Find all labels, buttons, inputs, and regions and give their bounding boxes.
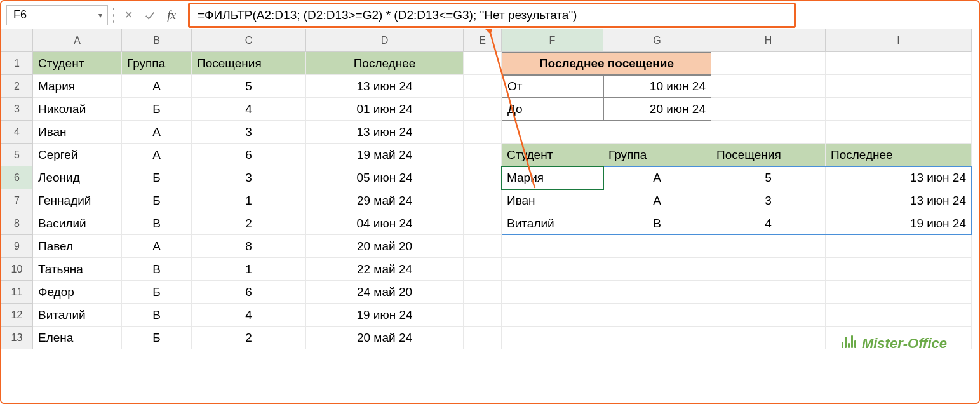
data-cell[interactable]: Николай bbox=[33, 98, 122, 121]
data-cell[interactable]: Сергей bbox=[33, 144, 122, 166]
data-cell[interactable]: 3 bbox=[192, 166, 306, 189]
empty-cell[interactable] bbox=[603, 235, 711, 258]
empty-cell[interactable] bbox=[826, 52, 972, 75]
empty-cell[interactable] bbox=[464, 52, 502, 75]
empty-cell[interactable] bbox=[711, 327, 826, 349]
empty-cell[interactable] bbox=[826, 258, 972, 281]
data-cell[interactable]: А bbox=[122, 75, 192, 98]
empty-cell[interactable] bbox=[464, 235, 502, 258]
empty-cell[interactable] bbox=[603, 281, 711, 304]
data-cell[interactable]: Елена bbox=[33, 327, 122, 349]
empty-cell[interactable] bbox=[502, 235, 603, 258]
empty-cell[interactable] bbox=[464, 258, 502, 281]
empty-cell[interactable] bbox=[464, 304, 502, 327]
name-box[interactable]: F6 ▾ bbox=[6, 5, 108, 25]
empty-cell[interactable] bbox=[603, 121, 711, 144]
empty-cell[interactable] bbox=[464, 75, 502, 98]
empty-cell[interactable] bbox=[711, 235, 826, 258]
data-cell[interactable]: А bbox=[122, 235, 192, 258]
data-cell[interactable]: 1 bbox=[192, 258, 306, 281]
col-header[interactable]: B bbox=[122, 29, 192, 52]
data-cell[interactable]: 6 bbox=[192, 281, 306, 304]
data-cell[interactable]: В bbox=[122, 304, 192, 327]
empty-cell[interactable] bbox=[826, 235, 972, 258]
empty-cell[interactable] bbox=[711, 75, 826, 98]
row-header[interactable]: 13 bbox=[1, 327, 33, 349]
data-cell[interactable]: Василий bbox=[33, 212, 122, 235]
result-header[interactable]: Посещения bbox=[711, 144, 826, 166]
table-header[interactable]: Посещения bbox=[192, 52, 306, 75]
row-header[interactable]: 7 bbox=[1, 189, 33, 212]
col-header[interactable]: F bbox=[502, 29, 603, 52]
filter-to-label[interactable]: До bbox=[502, 98, 603, 121]
data-cell[interactable]: 05 июн 24 bbox=[306, 166, 464, 189]
data-cell[interactable]: 3 bbox=[192, 121, 306, 144]
row-header[interactable]: 1 bbox=[1, 52, 33, 75]
col-header[interactable]: D bbox=[306, 29, 464, 52]
cancel-icon[interactable]: ✕ bbox=[119, 6, 137, 24]
data-cell[interactable]: Федор bbox=[33, 281, 122, 304]
data-cell[interactable]: Павел bbox=[33, 235, 122, 258]
empty-cell[interactable] bbox=[826, 281, 972, 304]
row-header[interactable]: 12 bbox=[1, 304, 33, 327]
result-cell[interactable]: А bbox=[603, 189, 711, 212]
data-cell[interactable]: 5 bbox=[192, 75, 306, 98]
table-header[interactable]: Группа bbox=[122, 52, 192, 75]
fx-icon[interactable]: fx bbox=[163, 6, 180, 24]
data-cell[interactable]: Б bbox=[122, 189, 192, 212]
result-header[interactable]: Студент bbox=[502, 144, 603, 166]
empty-cell[interactable] bbox=[826, 75, 972, 98]
result-cell[interactable]: А bbox=[603, 166, 711, 189]
empty-cell[interactable] bbox=[502, 121, 603, 144]
empty-cell[interactable] bbox=[464, 144, 502, 166]
data-cell[interactable]: В bbox=[122, 258, 192, 281]
data-cell[interactable]: 13 июн 24 bbox=[306, 121, 464, 144]
table-header[interactable]: Студент bbox=[33, 52, 122, 75]
empty-cell[interactable] bbox=[603, 304, 711, 327]
data-cell[interactable]: А bbox=[122, 144, 192, 166]
data-cell[interactable]: 20 май 20 bbox=[306, 235, 464, 258]
result-cell[interactable]: 3 bbox=[711, 189, 826, 212]
formula-input[interactable]: =ФИЛЬТР(A2:D13; (D2:D13>=G2) * (D2:D13<=… bbox=[188, 3, 796, 28]
data-cell[interactable]: 01 июн 24 bbox=[306, 98, 464, 121]
row-header[interactable]: 9 bbox=[1, 235, 33, 258]
data-cell[interactable]: 13 июн 24 bbox=[306, 75, 464, 98]
data-cell[interactable]: Виталий bbox=[33, 304, 122, 327]
result-header[interactable]: Последнее bbox=[826, 144, 972, 166]
col-header[interactable]: E bbox=[464, 29, 502, 52]
row-header[interactable]: 4 bbox=[1, 121, 33, 144]
filter-title[interactable]: Последнее посещение bbox=[502, 52, 711, 75]
filter-from-label[interactable]: От bbox=[502, 75, 603, 98]
row-header[interactable]: 3 bbox=[1, 98, 33, 121]
data-cell[interactable]: Татьяна bbox=[33, 258, 122, 281]
row-header[interactable]: 5 bbox=[1, 144, 33, 166]
table-header[interactable]: Последнее bbox=[306, 52, 464, 75]
empty-cell[interactable] bbox=[464, 212, 502, 235]
chevron-down-icon[interactable]: ▾ bbox=[98, 11, 102, 20]
data-cell[interactable]: 8 bbox=[192, 235, 306, 258]
empty-cell[interactable] bbox=[502, 304, 603, 327]
data-cell[interactable]: 04 июн 24 bbox=[306, 212, 464, 235]
data-cell[interactable]: 6 bbox=[192, 144, 306, 166]
empty-cell[interactable] bbox=[502, 281, 603, 304]
data-cell[interactable]: 19 июн 24 bbox=[306, 304, 464, 327]
result-header[interactable]: Группа bbox=[603, 144, 711, 166]
data-cell[interactable]: Иван bbox=[33, 121, 122, 144]
empty-cell[interactable] bbox=[502, 258, 603, 281]
filter-from-value[interactable]: 10 июн 24 bbox=[603, 75, 711, 98]
data-cell[interactable]: 24 май 20 bbox=[306, 281, 464, 304]
spreadsheet-grid[interactable]: A B C D E F G H I 1 Студент Группа Посещ… bbox=[1, 29, 979, 349]
result-cell[interactable]: Иван bbox=[502, 189, 603, 212]
data-cell[interactable]: Геннадий bbox=[33, 189, 122, 212]
empty-cell[interactable] bbox=[603, 327, 711, 349]
data-cell[interactable]: Б bbox=[122, 166, 192, 189]
empty-cell[interactable] bbox=[826, 304, 972, 327]
row-header[interactable]: 10 bbox=[1, 258, 33, 281]
empty-cell[interactable] bbox=[711, 281, 826, 304]
confirm-icon[interactable] bbox=[141, 6, 159, 24]
row-header[interactable]: 8 bbox=[1, 212, 33, 235]
empty-cell[interactable] bbox=[711, 52, 826, 75]
col-header[interactable]: H bbox=[711, 29, 826, 52]
col-header[interactable]: C bbox=[192, 29, 306, 52]
row-header[interactable]: 2 bbox=[1, 75, 33, 98]
